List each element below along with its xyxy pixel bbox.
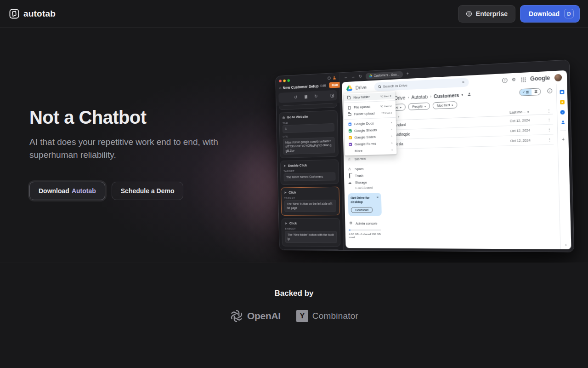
step-card-click-active[interactable]: ➤ Click TARGET The 'New' button on the l…: [281, 186, 340, 215]
row-date: Oct 12, 2024: [510, 127, 545, 133]
primary-word1: Download: [39, 187, 69, 195]
apps-grid-icon[interactable]: [520, 76, 526, 82]
status-ring-icon: [328, 76, 331, 80]
admin-gear-icon: ⚙: [349, 222, 353, 225]
kebab-icon[interactable]: ⋮: [545, 109, 553, 113]
promo-title: Get Drive for desktop: [351, 196, 377, 204]
close-icon[interactable]: ×: [377, 196, 379, 199]
yc-square-icon: Y: [296, 310, 308, 322]
kebab-icon[interactable]: ⋮: [545, 137, 554, 142]
calendar-icon[interactable]: [560, 90, 564, 94]
step-card-goto[interactable]: ◎ Go to Website TAB 1 URL https://drive.…: [279, 110, 338, 158]
tasks-icon[interactable]: ✓: [560, 110, 565, 115]
step-list: ◎ Go to Website TAB 1 URL https://drive.…: [277, 103, 344, 250]
openai-logo: OpenAI: [230, 309, 281, 323]
autotab-logo-icon: [9, 9, 19, 19]
enterprise-button[interactable]: Enterprise: [458, 5, 515, 23]
side-panel-divider: [560, 130, 566, 131]
backed-by-section: Backed by OpenAI Y Combinator: [0, 289, 588, 323]
new-folder-icon: [347, 96, 351, 99]
minimize-traffic-light[interactable]: [283, 79, 286, 82]
grid-view-segment[interactable]: [531, 88, 541, 95]
modified-header[interactable]: Last mo... ▾: [509, 109, 545, 114]
field-value[interactable]: The 'New' button on the left side of the…: [284, 200, 336, 212]
admin-console-item[interactable]: ⚙ Admin console: [349, 221, 383, 225]
restart-icon[interactable]: ↺: [294, 95, 298, 99]
field-value[interactable]: https://drive.google.com/drive/folders/T…: [283, 137, 335, 155]
step-forward-icon[interactable]: ↻: [314, 94, 318, 98]
breadcrumb-sep-icon: ›: [430, 94, 431, 99]
menu-item-new-folder[interactable]: New folder ^C then F: [344, 92, 396, 101]
forward-icon[interactable]: →: [351, 75, 356, 79]
step-type: Click: [288, 190, 296, 195]
download-autotab-button[interactable]: Download Autotab: [29, 182, 105, 200]
promo-download-button[interactable]: Download: [351, 207, 373, 213]
field-label: TARGET: [284, 196, 336, 199]
download-shortcut-badge: D: [564, 9, 574, 18]
zoom-traffic-light[interactable]: [287, 79, 290, 82]
menu-label: File upload: [354, 104, 370, 109]
breadcrumb-customers[interactable]: Customers: [434, 92, 459, 99]
field-value[interactable]: The 'New folder' button with the tooltip: [285, 231, 337, 243]
panel-toggle-icon[interactable]: [331, 93, 334, 97]
share-icon[interactable]: [467, 92, 471, 97]
field-value[interactable]: The folder named Customers: [283, 172, 335, 181]
kebab-icon[interactable]: ⋮: [545, 117, 553, 121]
sidebar-item-trash[interactable]: Trash: [347, 172, 382, 179]
settings-gear-icon[interactable]: ⚙: [512, 77, 516, 82]
list-view-segment[interactable]: ✓: [520, 89, 531, 96]
field-label: TARGET: [285, 227, 337, 230]
new-tab-icon[interactable]: +: [407, 72, 409, 76]
browser-view: ← → ↻ Customers - Goo... +: [339, 60, 574, 252]
breadcrumb-caret-icon[interactable]: ▾: [461, 93, 463, 97]
step-card-entertext[interactable]: ⌨ Enter Text TARGET The input field for …: [282, 249, 342, 250]
menu-shortcut: ^C then F: [380, 94, 391, 98]
brand-name: autotab: [23, 9, 56, 19]
menu-label: New folder: [353, 95, 370, 99]
browser-tab[interactable]: Customers - Goo...: [365, 71, 403, 79]
field-value[interactable]: 1: [283, 123, 334, 133]
contacts-icon[interactable]: [560, 120, 565, 125]
pause-icon[interactable]: [305, 95, 307, 98]
reload-icon[interactable]: ↻: [359, 75, 362, 79]
trash-icon: [347, 174, 352, 178]
sidebar-item-spam[interactable]: ⚠ Spam: [347, 165, 382, 172]
chip-modified[interactable]: Modified ▾: [433, 101, 458, 109]
details-info-icon[interactable]: i: [547, 88, 552, 93]
keep-icon[interactable]: [560, 100, 565, 104]
download-button[interactable]: Download D: [520, 5, 580, 23]
field-label: TARGET: [283, 169, 335, 172]
sidebar-item-storage[interactable]: ☁ Storage: [348, 178, 382, 186]
account-avatar[interactable]: [554, 74, 562, 81]
back-icon[interactable]: ←: [344, 75, 348, 79]
sort-up-icon[interactable]: ↑: [398, 115, 400, 119]
sidebar-label: Storage: [355, 180, 367, 184]
kebab-icon[interactable]: ⋮: [545, 127, 554, 132]
chip-people[interactable]: People ▾: [408, 103, 430, 110]
view-toggle[interactable]: ✓: [519, 88, 541, 96]
autotab-logo[interactable]: autotab: [9, 9, 56, 19]
breadcrumb-autotab[interactable]: Autotab: [411, 94, 428, 100]
step-card-doubleclick[interactable]: ➤ Double Click TARGET The folder named C…: [280, 159, 339, 184]
drive-main: My Drive › Autotab › Customers ▾ ✓: [382, 84, 560, 249]
hero-subtitle: AI that does your repetitive work end to…: [29, 136, 232, 161]
google-docs-icon: [348, 122, 351, 126]
search-filter-icon[interactable]: ≡: [462, 80, 464, 84]
openai-wordmark: OpenAI: [247, 310, 281, 322]
new-menu: New folder ^C then F File upload ^C then…: [344, 91, 397, 155]
run-button[interactable]: Run: [329, 82, 340, 88]
add-addon-icon[interactable]: +: [562, 137, 565, 142]
list-view-icon: [526, 91, 528, 93]
submenu-arrow-icon: ›: [391, 121, 392, 124]
storage-progress-bar: [349, 230, 381, 230]
row-date: Oct 12, 2024: [510, 117, 545, 123]
edit-button[interactable]: Edit: [320, 83, 326, 87]
step-card-click[interactable]: ➤ Click TARGET The 'New folder' button w…: [282, 218, 341, 246]
help-icon[interactable]: ?: [502, 77, 508, 83]
cursor-step-icon: ➤: [285, 222, 287, 225]
schedule-demo-button[interactable]: Schedule a Demo: [112, 182, 184, 200]
home-icon[interactable]: ⌂: [279, 86, 282, 90]
close-traffic-light[interactable]: [279, 80, 282, 82]
collapse-panel-icon[interactable]: ›: [565, 242, 567, 247]
menu-item-more[interactable]: More ›: [345, 146, 396, 155]
